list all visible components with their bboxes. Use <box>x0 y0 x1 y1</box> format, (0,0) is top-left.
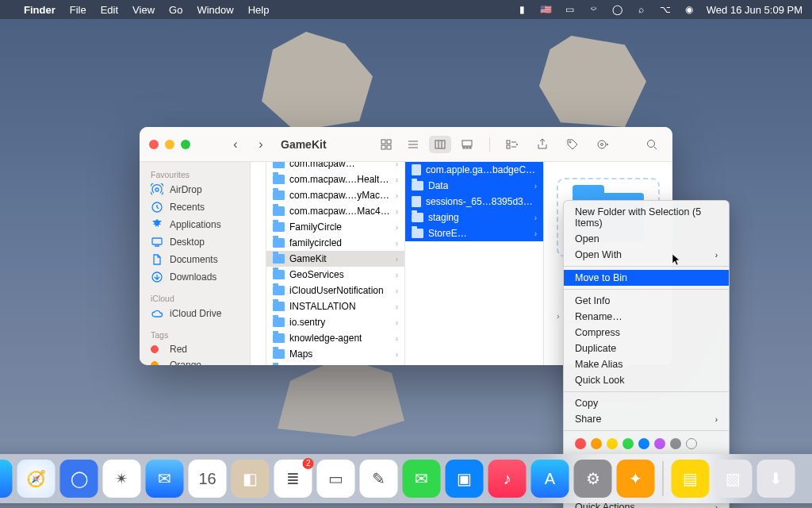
dock-app-signal[interactable]: ◯ <box>60 460 98 498</box>
sidebar-tag-orange[interactable]: Orange <box>140 357 250 365</box>
context-menu-move-to-bin[interactable]: Move to Bin <box>564 270 729 286</box>
status-cleanmymac-icon[interactable]: ▮ <box>516 3 529 16</box>
file-row[interactable]: io.sentry› <box>266 314 404 330</box>
tag-color-dot[interactable] <box>638 438 649 449</box>
context-menu-item[interactable]: Rename… <box>564 309 729 325</box>
context-menu-item[interactable]: Quick Look <box>564 372 729 388</box>
dock-app-messages[interactable]: ✉ <box>403 460 441 498</box>
back-button[interactable]: ‹ <box>227 136 244 153</box>
dock-app-trash[interactable]: 🗑 <box>800 460 813 498</box>
search-button[interactable] <box>641 136 663 153</box>
file-row[interactable]: iCloudUserNotification› <box>266 283 404 298</box>
dock-app-keynote[interactable]: ▣ <box>446 460 484 498</box>
dock-app-calendar[interactable]: 16 <box>189 460 227 498</box>
action-button[interactable] <box>592 136 614 153</box>
dock-app-mail[interactable]: ✉ <box>146 460 184 498</box>
sidebar-item-icloud-drive[interactable]: iCloud Drive <box>140 305 250 322</box>
context-menu-item[interactable]: Make Alias <box>564 356 729 372</box>
tag-color-dot[interactable] <box>591 438 602 449</box>
tag-color-none[interactable] <box>686 438 697 449</box>
context-menu-item[interactable]: Open <box>564 231 729 247</box>
column-view-button[interactable] <box>429 136 451 153</box>
dock-app-reminders[interactable]: ≣2 <box>274 460 312 498</box>
tags-button[interactable] <box>561 136 584 153</box>
column-2[interactable]: com.apple.ga…badgeCountsData›sessions-_6… <box>405 162 544 365</box>
file-row[interactable]: com.macpaw.…yMac4.Menu› <box>266 187 404 203</box>
sidebar-item-downloads[interactable]: Downloads <box>140 268 250 286</box>
menu-edit[interactable]: Edit <box>101 4 118 16</box>
dock-app-safari[interactable]: 🧭 <box>17 460 56 498</box>
dock-app-contacts[interactable]: ◧ <box>232 460 270 498</box>
context-menu-item[interactable]: Share› <box>564 411 729 427</box>
column-1[interactable]: com.macpaw…›com.macpaw.…HealthMonitor›co… <box>266 162 405 365</box>
context-menu-item[interactable]: Compress <box>564 325 729 341</box>
gallery-view-button[interactable] <box>456 136 478 153</box>
file-row[interactable]: staging› <box>405 210 543 225</box>
dock-app-settings[interactable]: ⚙ <box>574 460 612 498</box>
file-row[interactable]: StoreE…› <box>405 225 543 241</box>
file-row[interactable]: FamilyCircle› <box>266 219 404 235</box>
status-wifi-icon[interactable]: ⌔ <box>588 3 600 16</box>
context-menu-item[interactable]: Copy <box>564 395 729 411</box>
status-battery-icon[interactable]: ▭ <box>564 3 576 16</box>
context-menu-item[interactable]: Duplicate <box>564 341 729 356</box>
file-row[interactable]: com.macpaw.…Mac4.Updater› <box>266 203 404 219</box>
status-spotlight-icon[interactable]: ⌕ <box>635 3 648 16</box>
close-button[interactable] <box>149 140 159 149</box>
column-0[interactable] <box>251 162 266 365</box>
dock-app-notes[interactable]: ▭ <box>317 460 355 498</box>
menubar-app-name[interactable]: Finder <box>24 4 56 16</box>
file-row[interactable]: familycircled› <box>266 235 404 251</box>
dock-app-slack[interactable]: ✴ <box>103 460 141 498</box>
menubar-clock[interactable]: Wed 16 Jun 5:09 PM <box>707 4 802 16</box>
status-flag-icon[interactable]: 🇺🇸 <box>540 3 553 16</box>
dock-app-appstore[interactable]: A <box>531 460 569 498</box>
sidebar-item-applications[interactable]: Applications <box>140 216 250 233</box>
group-by-button[interactable] <box>501 136 523 153</box>
dock-app-finder[interactable]: ☺ <box>0 460 13 498</box>
tag-color-dot[interactable] <box>654 438 665 449</box>
tag-color-dot[interactable] <box>607 438 618 449</box>
dock-app-cleanmymac[interactable]: ✦ <box>617 460 655 498</box>
context-menu-item[interactable]: Open With› <box>564 247 729 263</box>
dock-app-stickies[interactable]: ▤ <box>672 460 710 498</box>
file-row[interactable]: mbuseragent› <box>266 362 404 365</box>
dock-app-downloads[interactable]: ⬇ <box>757 460 795 498</box>
sidebar-item-recents[interactable]: Recents <box>140 198 250 216</box>
context-menu-item[interactable]: New Folder with Selection (5 Items) <box>564 204 729 231</box>
dock-app-preview[interactable]: ▧ <box>714 460 753 498</box>
tag-color-dot[interactable] <box>575 438 586 449</box>
menu-view[interactable]: View <box>132 4 155 16</box>
context-menu-item[interactable]: Get Info <box>564 293 729 309</box>
zoom-button[interactable] <box>181 140 190 149</box>
status-control-center-icon[interactable]: ⌥ <box>659 3 672 16</box>
file-row[interactable]: knowledge-agent› <box>266 330 404 346</box>
sidebar-item-desktop[interactable]: Desktop <box>140 233 250 251</box>
minimize-button[interactable] <box>165 140 174 149</box>
list-view-button[interactable] <box>402 136 424 153</box>
titlebar[interactable]: ‹ › GameKit <box>140 127 672 162</box>
icon-view-button[interactable] <box>375 136 397 153</box>
menu-window[interactable]: Window <box>197 4 233 16</box>
share-button[interactable] <box>531 136 553 153</box>
status-user-icon[interactable]: ◯ <box>611 3 624 16</box>
file-row[interactable]: Maps› <box>266 346 404 362</box>
file-row[interactable]: GeoServices› <box>266 267 404 283</box>
sidebar-item-airdrop[interactable]: AirDrop <box>140 181 250 198</box>
status-siri-icon[interactable]: ◉ <box>683 3 695 16</box>
tag-color-dot[interactable] <box>622 438 634 449</box>
file-row[interactable]: com.apple.ga…badgeCounts <box>405 162 543 178</box>
dock-app-music[interactable]: ♪ <box>488 460 527 498</box>
menu-help[interactable]: Help <box>248 4 270 16</box>
dock-app-drafts[interactable]: ✎ <box>360 460 398 498</box>
file-row[interactable]: INSTALLATION› <box>266 298 404 314</box>
forward-button[interactable]: › <box>252 136 270 153</box>
tag-color-dot[interactable] <box>670 438 681 449</box>
file-row[interactable]: GameKit› <box>266 251 404 267</box>
menu-file[interactable]: File <box>70 4 86 16</box>
file-row[interactable]: com.macpaw.…HealthMonitor› <box>266 171 404 187</box>
file-row[interactable]: sessions-_65…8395d35fa.db <box>405 194 543 210</box>
file-row[interactable]: com.macpaw…› <box>266 162 404 171</box>
sidebar-item-documents[interactable]: Documents <box>140 251 250 268</box>
sidebar-tag-red[interactable]: Red <box>140 341 250 357</box>
